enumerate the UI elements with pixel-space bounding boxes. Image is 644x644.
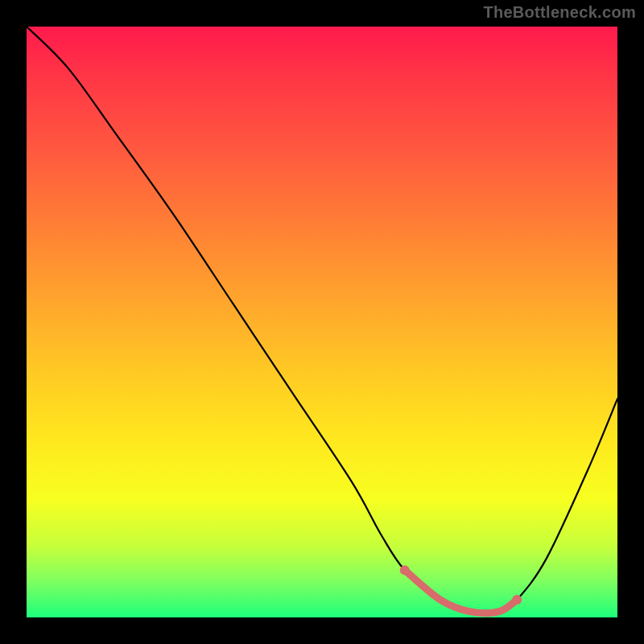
curve-layer — [27, 27, 617, 617]
watermark: TheBottleneck.com — [483, 3, 636, 22]
highlight-segment — [405, 570, 517, 613]
bottleneck-curve — [27, 27, 617, 613]
highlight-endpoint-right — [512, 595, 522, 605]
plot-area — [27, 27, 617, 617]
chart-container: TheBottleneck.com — [0, 0, 644, 644]
highlight-endpoint-left — [400, 565, 410, 575]
